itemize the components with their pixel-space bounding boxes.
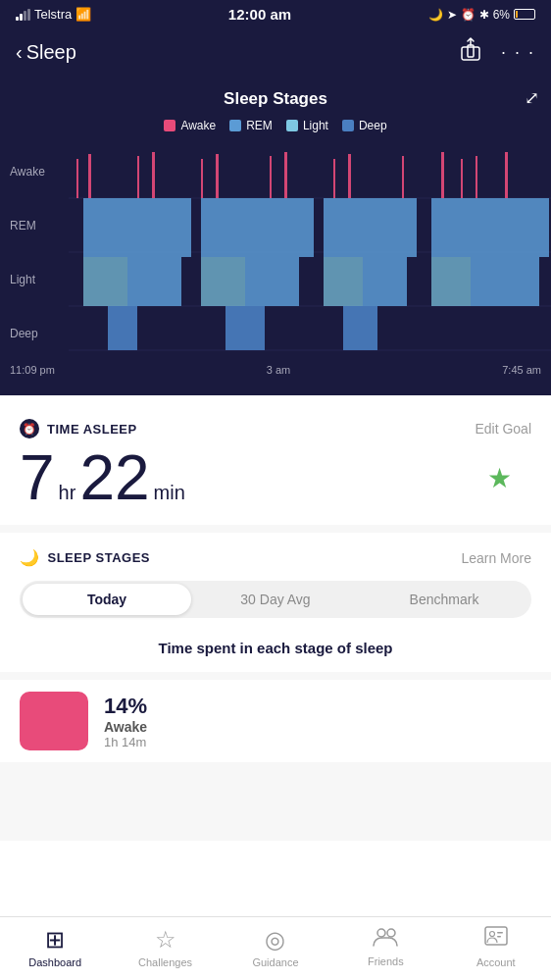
- x-label-start: 11:09 pm: [10, 364, 55, 376]
- share-button[interactable]: [460, 36, 481, 68]
- svg-rect-14: [333, 159, 335, 198]
- svg-rect-10: [201, 159, 203, 198]
- signal-icon: [16, 9, 30, 21]
- more-button[interactable]: · · ·: [501, 42, 535, 63]
- legend-light-dot: [286, 120, 298, 131]
- tab-benchmark[interactable]: Benchmark: [360, 584, 528, 615]
- nav-account[interactable]: Account: [467, 925, 526, 968]
- sleep-stages-header: 🌙 SLEEP STAGES Learn More: [20, 548, 531, 567]
- nav-friends[interactable]: Friends: [356, 926, 415, 967]
- hours-value: 7: [20, 446, 55, 509]
- time-asleep-header: ⏰ TIME ASLEEP Edit Goal: [20, 419, 531, 438]
- minutes-value: 22: [79, 446, 149, 509]
- svg-rect-13: [284, 152, 287, 198]
- nav-friends-label: Friends: [368, 955, 404, 967]
- svg-rect-17: [441, 152, 444, 198]
- svg-rect-1: [462, 47, 479, 60]
- dashboard-icon: ⊞: [45, 926, 65, 954]
- legend-rem-dot: [229, 120, 241, 131]
- status-time: 12:00 am: [228, 6, 291, 23]
- legend-light: Light: [286, 119, 328, 132]
- battery-icon: [514, 9, 535, 20]
- nav-dashboard[interactable]: ⊞ Dashboard: [25, 926, 84, 968]
- tab-30day[interactable]: 30 Day Avg: [191, 584, 360, 615]
- awake-time: 1h 14m: [104, 735, 147, 749]
- header: ‹ Sleep · · ·: [0, 28, 551, 79]
- back-chevron-icon: ‹: [16, 41, 23, 64]
- bottom-nav: ⊞ Dashboard ☆ Challenges ◎ Guidance Frie…: [0, 916, 551, 980]
- edit-goal-button[interactable]: Edit Goal: [475, 421, 531, 437]
- svg-rect-7: [88, 154, 91, 198]
- friends-icon: [372, 926, 399, 953]
- y-label-awake: Awake: [10, 165, 45, 179]
- min-label: min: [154, 482, 185, 504]
- nav-guidance[interactable]: ◎ Guidance: [246, 926, 305, 968]
- battery-pct: 6%: [493, 8, 510, 22]
- svg-rect-26: [497, 936, 501, 938]
- time-display: 7 hr 22 min: [20, 446, 185, 509]
- svg-rect-11: [216, 154, 219, 198]
- nav-dashboard-label: Dashboard: [28, 956, 81, 968]
- legend-deep-dot: [342, 120, 354, 131]
- nav-guidance-label: Guidance: [252, 956, 298, 968]
- goal-star-icon: ★: [487, 462, 512, 494]
- nav-account-label: Account: [476, 956, 516, 968]
- awake-info: 14% Awake 1h 14m: [104, 694, 147, 749]
- status-bar: Telstra 📶 12:00 am 🌙 ➤ ⏰ ✱ 6%: [0, 0, 551, 28]
- svg-rect-19: [476, 156, 477, 198]
- svg-rect-20: [505, 152, 508, 198]
- guidance-icon: ◎: [265, 926, 285, 954]
- chart-title: Sleep Stages: [0, 89, 551, 109]
- svg-point-24: [489, 932, 494, 937]
- nav-challenges[interactable]: ☆ Challenges: [136, 926, 195, 968]
- chart-svg-wrapper: Awake REM Light Deep: [0, 144, 551, 360]
- sleep-stages-card: 🌙 SLEEP STAGES Learn More Today 30 Day A…: [0, 533, 551, 672]
- legend-rem: REM: [229, 119, 273, 132]
- svg-rect-16: [402, 156, 404, 198]
- svg-point-22: [387, 929, 395, 937]
- back-button[interactable]: ‹ Sleep: [16, 41, 76, 64]
- sleep-stages-title: 🌙 SLEEP STAGES: [20, 548, 150, 567]
- time-asleep-title: ⏰ TIME ASLEEP: [20, 419, 137, 438]
- legend-awake-dot: [164, 120, 175, 131]
- tab-today[interactable]: Today: [23, 584, 191, 615]
- svg-rect-18: [461, 159, 463, 198]
- location-icon: ➤: [447, 8, 457, 22]
- bluetooth-icon: ✱: [479, 8, 489, 22]
- status-left: Telstra 📶: [16, 7, 91, 22]
- legend-light-label: Light: [303, 119, 328, 132]
- nav-challenges-label: Challenges: [138, 956, 192, 968]
- hr-label: hr: [59, 482, 76, 504]
- sleep-chart-container: Sleep Stages ⤢ Awake REM Light Deep Awak…: [0, 79, 551, 395]
- alarm-icon: ⏰: [461, 8, 476, 22]
- y-label-light: Light: [10, 273, 45, 286]
- svg-rect-23: [485, 927, 507, 945]
- legend-deep: Deep: [342, 119, 387, 132]
- x-label-mid: 3 am: [267, 364, 290, 376]
- legend-awake: Awake: [164, 119, 216, 132]
- wifi-icon: 📶: [75, 7, 91, 22]
- stages-subtitle: Time spent in each stage of sleep: [20, 632, 531, 672]
- learn-more-button[interactable]: Learn More: [461, 550, 531, 566]
- time-asleep-card: ⏰ TIME ASLEEP Edit Goal 7 hr 22 min ★: [0, 403, 551, 525]
- svg-rect-25: [497, 932, 503, 934]
- y-label-rem: REM: [10, 219, 45, 232]
- header-actions: · · ·: [460, 36, 535, 68]
- svg-rect-9: [152, 152, 155, 198]
- time-value-row: 7 hr 22 min ★: [20, 446, 531, 509]
- chart-x-labels: 11:09 pm 3 am 7:45 am: [0, 360, 551, 376]
- chart-legend: Awake REM Light Deep: [0, 119, 551, 132]
- back-label: Sleep: [26, 41, 76, 64]
- legend-rem-label: REM: [246, 119, 273, 132]
- svg-rect-12: [270, 156, 272, 198]
- carrier-label: Telstra: [34, 7, 72, 22]
- sleep-stages-svg: [10, 144, 551, 360]
- legend-deep-label: Deep: [359, 119, 387, 132]
- y-label-deep: Deep: [10, 327, 45, 340]
- awake-pct: 14%: [104, 694, 147, 719]
- expand-icon[interactable]: ⤢: [525, 87, 539, 109]
- challenges-icon: ☆: [155, 926, 176, 954]
- legend-awake-label: Awake: [180, 119, 216, 132]
- moon-stage-icon: 🌙: [20, 548, 40, 567]
- awake-name: Awake: [104, 719, 147, 735]
